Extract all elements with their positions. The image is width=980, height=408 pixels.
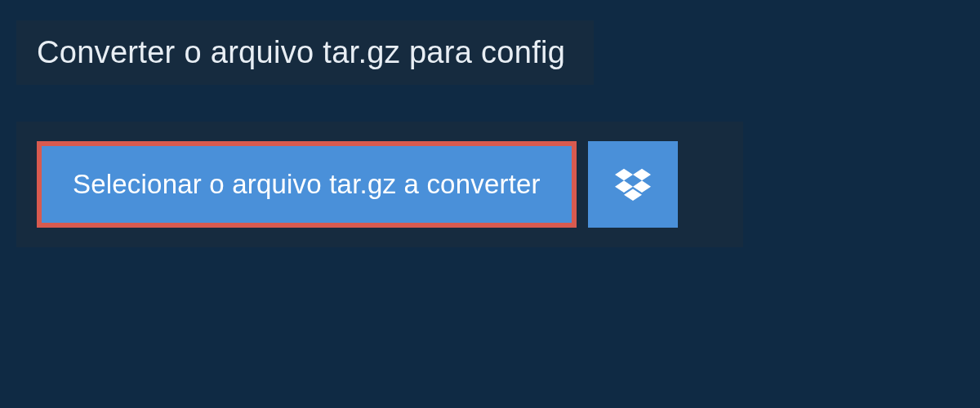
dropbox-icon [615,166,651,204]
dropbox-button[interactable] [588,141,678,228]
main-container: Converter o arquivo tar.gz para config S… [0,0,980,268]
select-file-button[interactable]: Selecionar o arquivo tar.gz a converter [42,146,572,223]
page-title: Converter o arquivo tar.gz para config [16,20,594,85]
upload-panel: Selecionar o arquivo tar.gz a converter [16,122,743,247]
select-button-highlight: Selecionar o arquivo tar.gz a converter [37,141,577,228]
